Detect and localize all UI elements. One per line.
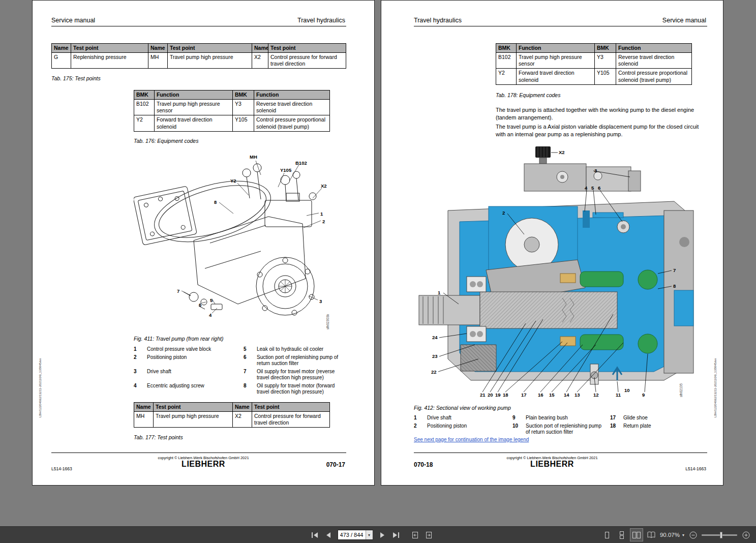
col-header: Name xyxy=(134,403,154,412)
zoom-dropdown-caret-icon[interactable]: ▾ xyxy=(682,533,684,537)
image-code: sfh02105 xyxy=(679,369,683,397)
legend-number: 7 xyxy=(244,369,257,381)
page-number: 070-17 xyxy=(326,461,345,468)
liebherr-logo: LIEBHERR xyxy=(33,460,374,469)
zoom-out-button[interactable] xyxy=(687,529,699,541)
facing-pages-view-button[interactable] xyxy=(630,529,643,541)
legend-item: 9Plain bearing bush xyxy=(512,415,609,421)
cell: Forward travel direction solenoid xyxy=(517,69,595,84)
cell: Y105 xyxy=(233,115,254,131)
fig-callout: 18 xyxy=(503,392,508,398)
last-page-button[interactable] xyxy=(390,529,402,541)
fig-callout: 20 xyxy=(488,392,493,398)
page-header-right: Service manual xyxy=(662,17,706,24)
col-header: BMK xyxy=(496,44,517,53)
legend-number: 5 xyxy=(244,346,257,353)
legend-number: 3 xyxy=(134,369,147,375)
legend-item: 1Drive shaft xyxy=(414,415,508,421)
cell: Forward travel direction solenoid xyxy=(155,115,233,131)
travel-pump-line-drawing xyxy=(134,152,349,332)
col-header: Name xyxy=(148,44,168,53)
working-pump-sectional-drawing xyxy=(410,145,710,400)
view-and-zoom-group: 90.07% ▾ xyxy=(601,527,752,543)
margin-reference-code: LBH/12204692/13211-202110/9_135845/en xyxy=(714,331,717,417)
cell: X2 xyxy=(252,53,268,69)
image-code: sfh02303b xyxy=(326,301,329,329)
fig-callout: Y2 xyxy=(230,178,236,184)
legend-text: Oil supply for travel motor (forward tra… xyxy=(257,383,346,396)
document-code: L514-1663 xyxy=(51,466,72,471)
legend-text: Control pressure valve block xyxy=(147,346,238,353)
figure-travel-pump: MH B102 Y105 Y2 X2 8 1 2 7 5 6 3 4 sfh02… xyxy=(134,152,349,332)
fig-callout: 3 xyxy=(594,168,597,173)
single-page-view-button[interactable] xyxy=(601,529,613,541)
book-view-button[interactable] xyxy=(645,529,657,541)
header-rule xyxy=(414,26,707,26)
cell: Y3 xyxy=(233,100,254,115)
pdf-viewer-toolbar: ▾ 90.07% ▾ xyxy=(0,526,756,543)
cell: G xyxy=(52,53,71,69)
table-row: B102 Travel pump high pressure sensor Y3… xyxy=(134,100,330,115)
next-page-button[interactable] xyxy=(376,529,388,541)
cell: MH xyxy=(148,53,168,69)
table-row: B102 Travel pump high pressure sensor Y3… xyxy=(496,53,692,69)
fig-callout: 11 xyxy=(616,392,621,398)
zoom-level: 90.07% xyxy=(660,532,680,538)
cell: Control pressure for forward travel dire… xyxy=(268,53,346,69)
legend-item: 1Control pressure valve block xyxy=(134,346,244,353)
previous-page-button[interactable] xyxy=(322,529,335,541)
cell: B102 xyxy=(496,53,517,69)
table-row: MH Travel pump high pressure X2 Control … xyxy=(134,412,330,428)
continuous-view-button[interactable] xyxy=(616,529,628,541)
legend-number: 1 xyxy=(134,346,147,353)
cell: Y105 xyxy=(595,69,616,84)
col-header: Test point xyxy=(252,403,330,412)
first-page-button[interactable] xyxy=(309,529,321,541)
zoom-slider-handle[interactable] xyxy=(720,532,722,538)
table-test-points-175: Name Test point Name Test point Name Tes… xyxy=(51,43,346,69)
fig-callout: 4 xyxy=(585,185,587,191)
page-dropdown-caret-icon[interactable]: ▾ xyxy=(366,530,373,539)
table-row: Y2 Forward travel direction solenoid Y10… xyxy=(134,115,330,131)
margin-reference-code: LBH/12204692/13211-202110/9_135845/en xyxy=(39,331,42,417)
cell: Travel pump high pressure xyxy=(168,53,252,69)
legend-text: Drive shaft xyxy=(147,369,238,375)
legend-number: 4 xyxy=(134,383,147,389)
legend-item: 2Positioning piston xyxy=(134,354,244,361)
fig-callout: 1 xyxy=(320,211,323,217)
zoom-slider[interactable] xyxy=(702,534,737,536)
cell: Replenishing pressure xyxy=(71,53,148,69)
fig-callout: 21 xyxy=(480,392,486,398)
legend-row: 3Drive shaft 7Oil supply for travel moto… xyxy=(134,369,347,383)
legend-text: Return plate xyxy=(623,423,687,430)
fig-callout: 5 xyxy=(591,185,594,191)
legend-row: 4Eccentric adjusting screw 8Oil supply f… xyxy=(134,383,347,397)
cell: X2 xyxy=(233,412,252,428)
next-view-button[interactable] xyxy=(423,529,435,541)
page-input[interactable] xyxy=(338,530,366,539)
legend-text: Eccentric adjusting screw xyxy=(147,383,238,389)
col-header: BMK xyxy=(134,90,155,100)
legend-text: Suction port of replenishing pump of ret… xyxy=(526,423,604,436)
legend-text: Drive shaft xyxy=(427,415,503,421)
fig-callout: Y105 xyxy=(280,167,291,173)
legend-number: 10 xyxy=(512,423,526,436)
previous-view-button[interactable] xyxy=(409,529,421,541)
col-header: Test point xyxy=(154,403,233,412)
continuation-link[interactable]: See next page for continuation of the im… xyxy=(414,437,529,442)
legend-text: Leak oil to hydraulic oil cooler xyxy=(257,346,346,353)
legend-item: 8Oil supply for travel motor (forward tr… xyxy=(244,383,347,396)
cell: Y2 xyxy=(496,69,517,84)
page-header-left: Travel hydraulics xyxy=(414,17,462,24)
legend-item: 6Suction port of replenishing pump of re… xyxy=(244,354,347,367)
legend-row: 1Control pressure valve block 5Leak oil … xyxy=(134,346,347,354)
footer-rule xyxy=(51,452,346,453)
legend-item: 5Leak oil to hydraulic oil cooler xyxy=(244,346,347,353)
legend-item: 3Drive shaft xyxy=(134,369,244,375)
col-header: Function xyxy=(517,44,595,53)
table-equipment-codes-176: BMK Function BMK Function B102 Travel pu… xyxy=(134,90,330,132)
zoom-in-button[interactable] xyxy=(740,529,752,541)
legend-number: 18 xyxy=(610,423,623,430)
document-code: L514-1663 xyxy=(685,466,706,471)
col-header: Function xyxy=(254,90,330,100)
